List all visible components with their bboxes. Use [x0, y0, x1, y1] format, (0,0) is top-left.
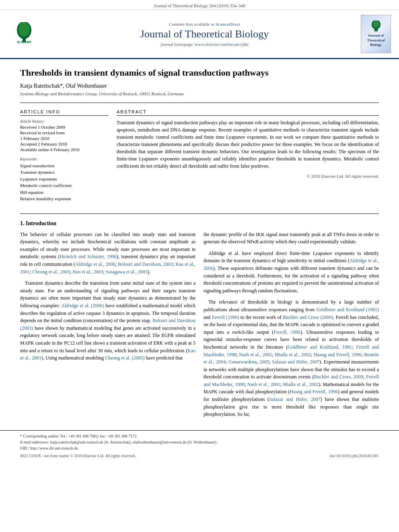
- ref-hao-2003[interactable]: Hao et al., 2003: [72, 269, 103, 275]
- journal-homepage: journal homepage: www.elsevier.com/locat…: [48, 42, 361, 47]
- email-label: E-mail addresses:: [20, 440, 49, 444]
- available-date: Available online 6 February 2010: [20, 147, 109, 152]
- journal-title-block: Contents lists available at ScienceDirec…: [48, 22, 361, 47]
- footer: * Corresponding author. Tel.: +49 381 49…: [0, 430, 399, 460]
- metadata-columns: Article Info Article history: Received 1…: [20, 109, 379, 207]
- journal-header: ELSEVIER Contents lists available at Sci…: [0, 10, 399, 59]
- ref-gunarwardena-2005[interactable]: Gunarwardena, 2005: [228, 359, 269, 365]
- sciencedirect-link[interactable]: ScienceDirect: [215, 22, 240, 27]
- svg-point-2: [19, 22, 30, 37]
- journal-reference-text: Journal of Theoretical Biology 264 (2010…: [154, 3, 245, 8]
- journal-url-link[interactable]: www.elsevier.com/locate/yjtbi: [195, 42, 249, 47]
- keyword-5: Hill equation: [20, 189, 109, 196]
- intro-para-1: The behavior of cellular processes can b…: [20, 231, 195, 276]
- ref-nash-2001[interactable]: Nash et al., 2001: [239, 352, 272, 357]
- copyright-notice: 0022-5193/$ - see front matter © 2010 El…: [20, 454, 136, 458]
- ref-bolouri-davidson-2003[interactable]: Bolouri and Davidson (2003): [20, 318, 195, 331]
- intro-heading: 1. Introduction: [20, 220, 379, 227]
- url-label: URL:: [20, 446, 29, 450]
- ref-goldbeter-1981[interactable]: Goldbeter and Koshland (1981): [316, 307, 379, 312]
- article-info-label: Article Info: [20, 109, 109, 116]
- ref-aldridge-2006[interactable]: Aldridge et al., 2006: [75, 261, 115, 267]
- ref-bolouri-2003[interactable]: Bolouri and Davidson, 2003: [118, 261, 173, 267]
- ref-ferrell-1996b[interactable]: Ferrell, 1996: [274, 329, 300, 335]
- ref-heinrich-1996[interactable]: Heinrich and Schuster, 1996: [60, 254, 117, 259]
- elsevier-logo: ELSEVIER: [8, 22, 40, 46]
- keyword-4: Metabolic control coefficient: [20, 182, 109, 189]
- paper-title: Thresholds in transient dynamics of sign…: [20, 67, 379, 79]
- keywords-label: Keywords:: [20, 157, 109, 161]
- intro-para-r2: Aldridge et al. have employed direct fin…: [204, 250, 379, 295]
- cover-title: Journal of Theoretical Biology: [367, 33, 385, 47]
- ref-buchler-2009[interactable]: Buchler and Cross (2009): [283, 314, 333, 320]
- url-line: URL: http://www.sbi.uni-rostock.de.: [20, 446, 379, 450]
- svg-text:ELSEVIER: ELSEVIER: [17, 41, 31, 43]
- intro-para-2: Transient dynamics describe the transiti…: [20, 279, 195, 362]
- body-col-right: the dynamic profile of the IKK signal mu…: [204, 231, 379, 422]
- journal-reference-bar: Journal of Theoretical Biology 264 (2010…: [0, 0, 399, 10]
- keywords-block: Keywords: Signal transduction Transient …: [20, 157, 109, 202]
- ref-cheong-2005b[interactable]: Cheong et al. (2005): [105, 355, 145, 361]
- article-info-column: Article Info Article history: Received 1…: [20, 109, 109, 207]
- abstract-label: Abstract: [117, 109, 379, 116]
- keyword-3: Lyapunov exponents: [20, 176, 109, 183]
- doi-text: doi:10.1016/j.jtbi.2010.02.001: [330, 454, 379, 458]
- abstract-column: Abstract Transient dynamics of signal tr…: [117, 109, 379, 207]
- article-history-block: Article history: Received 1 October 2009…: [20, 119, 109, 152]
- ref-nash-2001b[interactable]: Nash et al., 2001: [247, 382, 280, 387]
- ref-aldridge-2006b[interactable]: Aldridge et al. (2006): [61, 303, 104, 308]
- and-text: and: [204, 314, 210, 320]
- copyright-line: © 2010 Elsevier Ltd. All rights reserved…: [117, 173, 379, 180]
- ref-goldbeter-koshland-1981b[interactable]: Goldbeter and Koshland, 1981: [288, 344, 352, 350]
- ref-huang-ferrell-1996[interactable]: Huang and Ferrell, 1996: [314, 352, 362, 357]
- contents-available-line: Contents lists available at ScienceDirec…: [48, 22, 361, 27]
- affiliation-line: Systems Biology and Bioinformatics Group…: [20, 91, 379, 96]
- keyword-2: Transient dynamics: [20, 169, 109, 176]
- ref-salazar-hofer-2007[interactable]: Salazar and Höfer, 2007: [272, 359, 319, 365]
- svg-point-6: [373, 21, 379, 28]
- intro-para-r3: The relevance of thresholds in biology i…: [204, 298, 379, 418]
- ref-cheong-2005[interactable]: Cheong et al., 2005: [32, 269, 70, 275]
- ref-huang-ferrell-1996b[interactable]: Huang and Ferrell, 1996: [290, 389, 337, 394]
- keyword-1: Signal transduction: [20, 162, 109, 169]
- footnote-star: * Corresponding author. Tel.: +49 381 49…: [20, 434, 379, 438]
- intro-para-r1: the dynamic profile of the IKK signal mu…: [204, 231, 379, 246]
- ref-buchler-cross-2009b[interactable]: Buchler and Cross, 2009: [314, 374, 363, 380]
- header-divider: [20, 103, 379, 103]
- journal-main-title: Journal of Theoretical Biology: [48, 28, 361, 40]
- paper-area: Thresholds in transient dynamics of sign…: [0, 59, 399, 430]
- received-date: Received 1 October 2009: [20, 125, 109, 129]
- ref-sasagawa-2005[interactable]: Sasagawa et al., 2005: [106, 269, 148, 275]
- accepted-date: Accepted 2 February 2010: [20, 142, 109, 146]
- received-revised-label: Received in revised form: [20, 130, 109, 135]
- authors-line: Katja Rateitschak*, Olaf Wolkenhauer: [20, 83, 379, 89]
- body-divider: [20, 214, 379, 214]
- email-line: E-mail addresses: katja.rateitschak@uni-…: [20, 440, 379, 444]
- body-col-left: The behavior of cellular processes can b…: [20, 231, 195, 422]
- abstract-text: Transient dynamics of signal transductio…: [117, 119, 379, 180]
- keyword-6: Relative instability exponent: [20, 195, 109, 202]
- history-label: Article history:: [20, 119, 109, 123]
- journal-cover-thumbnail: Journal of Theoretical Biology: [361, 15, 391, 53]
- received-revised-date: 1 February 2010: [20, 136, 109, 141]
- ref-salazar-hofer-2007b[interactable]: Salazar and Höfer, 2007: [269, 396, 321, 402]
- body-columns: The behavior of cellular processes can b…: [20, 231, 379, 422]
- ref-bhalla-2002b[interactable]: Bhalla et al., 2002: [283, 382, 319, 387]
- ref-aldridge-2006c[interactable]: Aldridge et al., 2006: [204, 258, 379, 271]
- ref-bhalla-2002[interactable]: Bhalla et al., 2002: [275, 352, 311, 357]
- ref-ferrell-1996[interactable]: Ferrell (1996): [212, 314, 239, 320]
- footer-bottom: 0022-5193/$ - see front matter © 2010 El…: [20, 454, 379, 458]
